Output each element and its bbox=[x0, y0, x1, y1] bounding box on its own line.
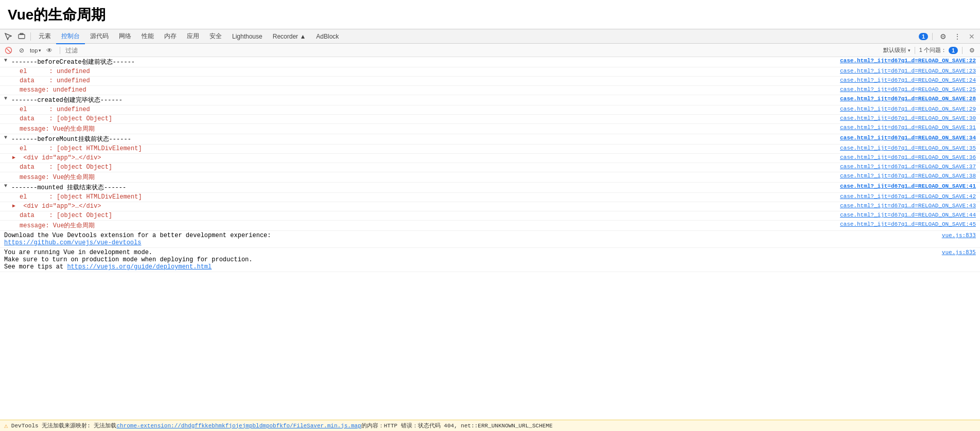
info-text: Download the Vue Devtools extension for … bbox=[0, 231, 942, 247]
expand-triangle-icon[interactable]: ▶ bbox=[12, 154, 19, 160]
console-text: -------created创建完毕状态------ bbox=[11, 96, 836, 104]
line-source[interactable]: case.html?_ijt=d67q1…d=RELOAD_ON_SAVE:36 bbox=[836, 154, 980, 160]
expand-triangle-icon[interactable]: ▼ bbox=[4, 135, 10, 140]
filter-separator bbox=[60, 47, 60, 54]
chevron-down-icon: ▾ bbox=[39, 48, 41, 53]
line-source[interactable]: case.html?_ijt=d67q1…d=RELOAD_ON_SAVE:42 bbox=[836, 193, 980, 200]
console-line: ▶ <div id="app">…</div> case.html?_ijt=d… bbox=[0, 154, 980, 163]
settings-icon[interactable]: ⚙ bbox=[937, 30, 949, 43]
console-text: message: undefined bbox=[20, 86, 836, 94]
inspect-element-icon[interactable] bbox=[2, 30, 14, 43]
level-chevron-icon: ▾ bbox=[908, 48, 911, 53]
tab-elements[interactable]: 元素 bbox=[33, 29, 56, 44]
console-text: <div id="app">…</div> bbox=[20, 203, 836, 210]
console-toolbar: 🚫 ⊘ top ▾ 👁 默认级别 ▾ 1 个问题： 1 ⚙ bbox=[0, 44, 980, 57]
console-text: message: Vue的生命周期 bbox=[20, 173, 836, 182]
console-text: el : [object HTMLDivElement] bbox=[20, 145, 836, 152]
devtools-panel: 元素 控制台 源代码 网络 性能 内存 应用 安全 Lighthouse Rec… bbox=[0, 29, 980, 304]
tab-application[interactable]: 应用 bbox=[182, 29, 204, 44]
top-level-select[interactable]: top ▾ bbox=[30, 47, 41, 53]
console-line: message: undefined case.html?_ijt=d67q1…… bbox=[0, 86, 980, 95]
dev-mode-info-line: You are running Vue in development mode.… bbox=[0, 248, 980, 272]
tab-memory[interactable]: 内存 bbox=[159, 29, 182, 44]
issues-separator bbox=[962, 47, 962, 54]
console-line: el : [object HTMLDivElement] case.html?_… bbox=[0, 145, 980, 154]
console-line: data : [object Object] case.html?_ijt=d6… bbox=[0, 163, 980, 172]
line-source[interactable]: case.html?_ijt=d67q1…d=RELOAD_ON_SAVE:35 bbox=[836, 145, 980, 151]
expand-triangle-icon[interactable]: ▼ bbox=[4, 96, 10, 101]
issues-label: 1 个问题： bbox=[919, 46, 947, 54]
level-label: 默认级别 bbox=[883, 46, 906, 54]
console-text: data : undefined bbox=[20, 77, 836, 84]
svg-rect-1 bbox=[20, 33, 23, 34]
line-source[interactable]: case.html?_ijt=d67q1…d=RELOAD_ON_SAVE:38 bbox=[836, 173, 980, 179]
toolbar-right: 默认级别 ▾ 1 个问题： 1 ⚙ bbox=[883, 45, 977, 56]
tab-adblock[interactable]: AdBlock bbox=[311, 30, 344, 44]
expand-triangle-icon[interactable]: ▼ bbox=[4, 58, 10, 63]
console-text: -------beforeCreate创建前状态------ bbox=[11, 58, 836, 66]
console-output[interactable]: ▼ -------beforeCreate创建前状态------ case.ht… bbox=[0, 57, 980, 304]
vue-js-source-835[interactable]: vue.js:835 bbox=[942, 248, 980, 272]
filter-input[interactable] bbox=[65, 47, 880, 54]
console-text: message: Vue的生命周期 bbox=[20, 221, 836, 230]
filter-icon[interactable]: ⊘ bbox=[16, 45, 27, 56]
vue-devtools-link[interactable]: https://github.com/vuejs/vue-devtools bbox=[4, 239, 141, 246]
tab-performance[interactable]: 性能 bbox=[136, 29, 159, 44]
tab-recorder[interactable]: Recorder ▲ bbox=[268, 30, 311, 44]
tab-security[interactable]: 安全 bbox=[204, 29, 227, 44]
line-source[interactable]: case.html?_ijt=d67q1…d=RELOAD_ON_SAVE:30 bbox=[836, 115, 980, 121]
line-source[interactable]: case.html?_ijt=d67q1…d=RELOAD_ON_SAVE:24 bbox=[836, 77, 980, 83]
vuejs-guide-link[interactable]: https://vuejs.org/guide/deployment.html bbox=[67, 263, 212, 271]
console-line: data : [object Object] case.html?_ijt=d6… bbox=[0, 211, 980, 221]
device-toolbar-icon[interactable] bbox=[15, 30, 28, 43]
close-devtools-icon[interactable]: ✕ bbox=[966, 30, 978, 43]
tab-lighthouse[interactable]: Lighthouse bbox=[227, 30, 268, 44]
console-text: el : [object HTMLDivElement] bbox=[20, 193, 836, 201]
line-source[interactable]: case.html?_ijt=d67q1…d=RELOAD_ON_SAVE:31 bbox=[836, 124, 980, 131]
console-line: ▼ -------created创建完毕状态------ case.html?_… bbox=[0, 95, 980, 105]
level-separator bbox=[915, 47, 915, 54]
tab-network[interactable]: 网络 bbox=[114, 29, 136, 44]
line-source[interactable]: case.html?_ijt=d67q1…d=RELOAD_ON_SAVE:44 bbox=[836, 212, 980, 218]
console-line: data : undefined case.html?_ijt=d67q1…d=… bbox=[0, 77, 980, 86]
more-options-icon[interactable]: ⋮ bbox=[951, 30, 964, 43]
console-text: data : [object Object] bbox=[20, 212, 836, 219]
tab-console[interactable]: 控制台 bbox=[56, 29, 85, 44]
console-settings-icon[interactable]: ⚙ bbox=[967, 45, 977, 56]
line-source[interactable]: case.html?_ijt=d67q1…d=RELOAD_ON_SAVE:34 bbox=[836, 135, 980, 141]
page-title: Vue的生命周期 bbox=[8, 5, 972, 25]
line-source[interactable]: case.html?_ijt=d67q1…d=RELOAD_ON_SAVE:43 bbox=[836, 203, 980, 209]
devtools-info-line: Download the Vue Devtools extension for … bbox=[0, 231, 980, 248]
console-line: el : undefined case.html?_ijt=d67q1…d=RE… bbox=[0, 105, 980, 115]
console-line: ▶ <div id="app">…</div> case.html?_ijt=d… bbox=[0, 202, 980, 211]
console-line: message: Vue的生命周期 case.html?_ijt=d67q1…d… bbox=[0, 172, 980, 183]
expand-triangle-icon[interactable]: ▶ bbox=[12, 203, 19, 209]
line-source[interactable]: case.html?_ijt=d67q1…d=RELOAD_ON_SAVE:28 bbox=[836, 96, 980, 102]
console-text: <div id="app">…</div> bbox=[20, 154, 836, 161]
line-source[interactable]: case.html?_ijt=d67q1…d=RELOAD_ON_SAVE:37 bbox=[836, 164, 980, 170]
console-line: ▼ -------beforeMount挂载前状态------ case.htm… bbox=[0, 134, 980, 145]
line-source[interactable]: case.html?_ijt=d67q1…d=RELOAD_ON_SAVE:29 bbox=[836, 106, 980, 112]
issues-badge: 1 bbox=[949, 47, 958, 54]
console-text: el : undefined bbox=[20, 106, 836, 113]
line-source[interactable]: case.html?_ijt=d67q1…d=RELOAD_ON_SAVE:45 bbox=[836, 221, 980, 227]
line-source[interactable]: case.html?_ijt=d67q1…d=RELOAD_ON_SAVE:23 bbox=[836, 68, 980, 74]
expand-triangle-icon[interactable]: ▼ bbox=[4, 183, 10, 189]
line-source[interactable]: case.html?_ijt=d67q1…d=RELOAD_ON_SAVE:22 bbox=[836, 58, 980, 64]
eye-icon[interactable]: 👁 bbox=[44, 45, 55, 56]
console-line: ▼ -------beforeCreate创建前状态------ case.ht… bbox=[0, 57, 980, 67]
toolbar-separator-right bbox=[932, 33, 933, 40]
console-line: el : [object HTMLDivElement] case.html?_… bbox=[0, 193, 980, 202]
dev-mode-text: You are running Vue in development mode.… bbox=[0, 248, 942, 272]
console-text: -------mounted 挂载结束状态------ bbox=[11, 183, 836, 192]
console-text: message: Vue的生命周期 bbox=[20, 124, 836, 133]
console-line: el : undefined case.html?_ijt=d67q1…d=RE… bbox=[0, 67, 980, 77]
console-text: data : [object Object] bbox=[20, 164, 836, 171]
clear-console-icon[interactable]: 🚫 bbox=[3, 45, 13, 56]
console-text: el : undefined bbox=[20, 68, 836, 75]
tab-sources[interactable]: 源代码 bbox=[85, 29, 114, 44]
line-source[interactable]: case.html?_ijt=d67q1…d=RELOAD_ON_SAVE:25 bbox=[836, 86, 980, 93]
line-source[interactable]: case.html?_ijt=d67q1…d=RELOAD_ON_SAVE:41 bbox=[836, 183, 980, 189]
vue-js-source-833[interactable]: vue.js:833 bbox=[942, 231, 980, 247]
console-line: message: Vue的生命周期 case.html?_ijt=d67q1…d… bbox=[0, 221, 980, 231]
